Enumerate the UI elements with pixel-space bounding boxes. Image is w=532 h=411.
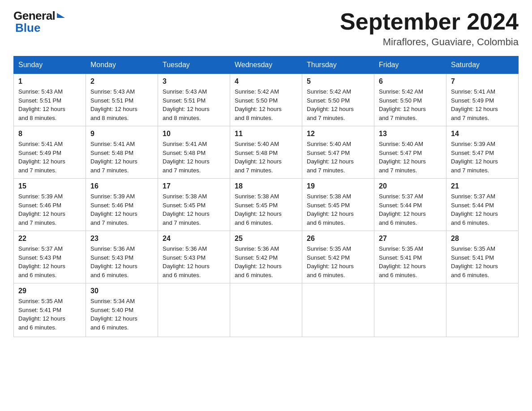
calendar-day-cell: 27Sunrise: 5:35 AMSunset: 5:41 PMDayligh… [374,231,446,283]
day-info: Sunrise: 5:35 AMSunset: 5:41 PMDaylight:… [379,244,442,279]
day-info: Sunrise: 5:38 AMSunset: 5:45 PMDaylight:… [235,192,297,227]
calendar-day-cell: 3Sunrise: 5:43 AMSunset: 5:51 PMDaylight… [158,74,230,126]
day-info: Sunrise: 5:42 AMSunset: 5:50 PMDaylight:… [379,87,442,122]
calendar-day-cell: 15Sunrise: 5:39 AMSunset: 5:46 PMDayligh… [14,179,86,231]
day-info: Sunrise: 5:39 AMSunset: 5:46 PMDaylight:… [90,192,153,227]
day-info: Sunrise: 5:36 AMSunset: 5:42 PMDaylight:… [235,244,297,279]
day-number: 20 [379,182,442,190]
logo-triangle-icon [57,13,65,18]
day-info: Sunrise: 5:35 AMSunset: 5:42 PMDaylight:… [307,244,369,279]
calendar-week-row: 29Sunrise: 5:35 AMSunset: 5:41 PMDayligh… [14,283,519,337]
day-number: 9 [90,130,153,138]
weekday-header-tuesday: Tuesday [158,56,230,74]
calendar-day-cell: 18Sunrise: 5:38 AMSunset: 5:45 PMDayligh… [230,179,302,231]
day-number: 3 [163,77,225,86]
calendar-day-cell: 19Sunrise: 5:38 AMSunset: 5:45 PMDayligh… [302,179,374,231]
calendar-day-cell: 26Sunrise: 5:35 AMSunset: 5:42 PMDayligh… [302,231,374,283]
day-number: 24 [163,235,225,243]
day-info: Sunrise: 5:39 AMSunset: 5:46 PMDaylight:… [18,192,81,227]
calendar-table: SundayMondayTuesdayWednesdayThursdayFrid… [13,56,519,337]
weekday-header-sunday: Sunday [14,56,86,74]
calendar-day-cell: 23Sunrise: 5:36 AMSunset: 5:43 PMDayligh… [86,231,158,283]
day-number: 4 [235,77,297,86]
calendar-day-cell: 9Sunrise: 5:41 AMSunset: 5:48 PMDaylight… [86,126,158,179]
day-info: Sunrise: 5:42 AMSunset: 5:50 PMDaylight:… [307,87,369,122]
day-info: Sunrise: 5:40 AMSunset: 5:47 PMDaylight:… [379,140,442,175]
day-number: 11 [235,130,297,138]
day-number: 13 [379,130,442,138]
calendar-day-cell: 13Sunrise: 5:40 AMSunset: 5:47 PMDayligh… [374,126,446,179]
calendar-day-cell: 4Sunrise: 5:42 AMSunset: 5:50 PMDaylight… [230,74,302,126]
day-info: Sunrise: 5:37 AMSunset: 5:43 PMDaylight:… [18,244,81,279]
day-info: Sunrise: 5:36 AMSunset: 5:43 PMDaylight:… [90,244,153,279]
day-number: 15 [18,182,81,190]
day-number: 2 [90,77,153,86]
calendar-day-cell: 11Sunrise: 5:40 AMSunset: 5:48 PMDayligh… [230,126,302,179]
weekday-header-saturday: Saturday [446,56,519,74]
day-info: Sunrise: 5:37 AMSunset: 5:44 PMDaylight:… [379,192,442,227]
day-info: Sunrise: 5:38 AMSunset: 5:45 PMDaylight:… [163,192,225,227]
day-number: 18 [235,182,297,190]
calendar-day-cell: 22Sunrise: 5:37 AMSunset: 5:43 PMDayligh… [14,231,86,283]
day-number: 8 [18,130,81,138]
day-info: Sunrise: 5:36 AMSunset: 5:43 PMDaylight:… [163,244,225,279]
calendar-day-cell: 14Sunrise: 5:39 AMSunset: 5:47 PMDayligh… [446,126,519,179]
day-number: 17 [163,182,225,190]
day-number: 1 [18,77,81,86]
day-info: Sunrise: 5:35 AMSunset: 5:41 PMDaylight:… [451,244,514,279]
day-info: Sunrise: 5:43 AMSunset: 5:51 PMDaylight:… [163,87,225,122]
day-info: Sunrise: 5:42 AMSunset: 5:50 PMDaylight:… [235,87,297,122]
location-title: Miraflores, Guaviare, Colombia [340,36,519,48]
day-number: 16 [90,182,153,190]
day-info: Sunrise: 5:38 AMSunset: 5:45 PMDaylight:… [307,192,369,227]
day-info: Sunrise: 5:41 AMSunset: 5:48 PMDaylight:… [163,140,225,175]
day-number: 25 [235,235,297,243]
calendar-week-row: 22Sunrise: 5:37 AMSunset: 5:43 PMDayligh… [14,231,519,283]
calendar-day-cell: 5Sunrise: 5:42 AMSunset: 5:50 PMDaylight… [302,74,374,126]
calendar-day-cell: 1Sunrise: 5:43 AMSunset: 5:51 PMDaylight… [14,74,86,126]
calendar-day-cell: 28Sunrise: 5:35 AMSunset: 5:41 PMDayligh… [446,231,519,283]
day-number: 22 [18,235,81,243]
day-info: Sunrise: 5:43 AMSunset: 5:51 PMDaylight:… [18,87,81,122]
logo: General Blue [13,9,65,35]
day-info: Sunrise: 5:41 AMSunset: 5:48 PMDaylight:… [90,140,153,175]
calendar-day-cell: 17Sunrise: 5:38 AMSunset: 5:45 PMDayligh… [158,179,230,231]
calendar-day-cell: 21Sunrise: 5:37 AMSunset: 5:44 PMDayligh… [446,179,519,231]
day-number: 30 [90,287,153,295]
day-info: Sunrise: 5:43 AMSunset: 5:51 PMDaylight:… [90,87,153,122]
day-number: 26 [307,235,369,243]
day-number: 23 [90,235,153,243]
calendar-day-cell: 7Sunrise: 5:41 AMSunset: 5:49 PMDaylight… [446,74,519,126]
weekday-header-thursday: Thursday [302,56,374,74]
calendar-day-cell: 16Sunrise: 5:39 AMSunset: 5:46 PMDayligh… [86,179,158,231]
calendar-day-cell: 29Sunrise: 5:35 AMSunset: 5:41 PMDayligh… [14,283,86,337]
month-title: September 2024 [340,9,519,34]
calendar-day-cell: 24Sunrise: 5:36 AMSunset: 5:43 PMDayligh… [158,231,230,283]
calendar-day-cell: 20Sunrise: 5:37 AMSunset: 5:44 PMDayligh… [374,179,446,231]
logo-blue-text: Blue [15,21,40,35]
calendar-day-cell: 10Sunrise: 5:41 AMSunset: 5:48 PMDayligh… [158,126,230,179]
weekday-header-wednesday: Wednesday [230,56,302,74]
day-info: Sunrise: 5:39 AMSunset: 5:47 PMDaylight:… [451,140,514,175]
weekday-header-friday: Friday [374,56,446,74]
day-number: 28 [451,235,514,243]
title-block: September 2024 Miraflores, Guaviare, Col… [340,9,519,48]
day-number: 7 [451,77,514,86]
day-info: Sunrise: 5:40 AMSunset: 5:47 PMDaylight:… [307,140,369,175]
calendar-day-cell: 12Sunrise: 5:40 AMSunset: 5:47 PMDayligh… [302,126,374,179]
calendar-day-cell: 2Sunrise: 5:43 AMSunset: 5:51 PMDaylight… [86,74,158,126]
calendar-empty-cell [230,283,302,337]
page-header: General Blue September 2024 Miraflores, … [13,9,519,48]
day-info: Sunrise: 5:41 AMSunset: 5:49 PMDaylight:… [451,87,514,122]
day-number: 12 [307,130,369,138]
day-number: 21 [451,182,514,190]
day-info: Sunrise: 5:34 AMSunset: 5:40 PMDaylight:… [90,297,153,332]
day-number: 6 [379,77,442,86]
calendar-empty-cell [302,283,374,337]
day-number: 10 [163,130,225,138]
day-info: Sunrise: 5:35 AMSunset: 5:41 PMDaylight:… [18,297,81,332]
calendar-empty-cell [374,283,446,337]
day-number: 27 [379,235,442,243]
day-number: 5 [307,77,369,86]
calendar-week-row: 1Sunrise: 5:43 AMSunset: 5:51 PMDaylight… [14,74,519,126]
